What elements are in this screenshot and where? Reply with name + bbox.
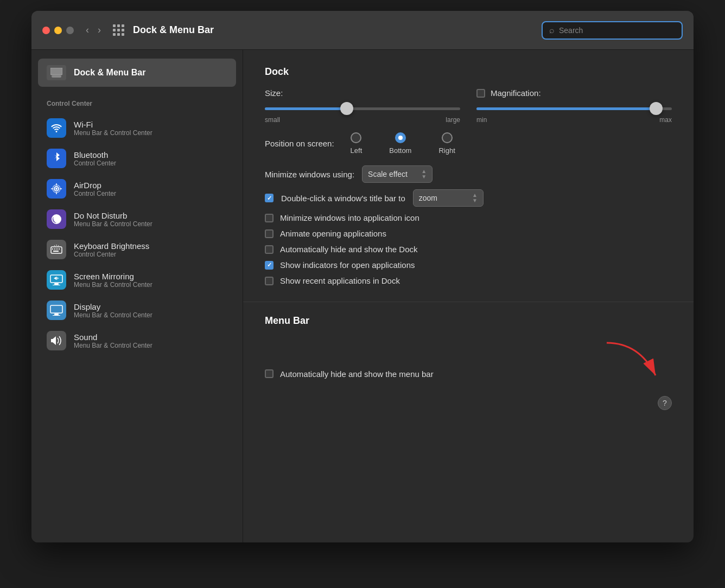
bluetooth-text: Bluetooth Control Center (74, 150, 116, 167)
svg-rect-9 (59, 248, 60, 250)
double-click-select[interactable]: zoom ▲▼ (413, 189, 484, 207)
animate-checkbox[interactable] (265, 229, 274, 238)
checkbox-animate[interactable]: Animate opening applications (265, 229, 672, 238)
wifi-text: Wi-Fi Menu Bar & Control Center (74, 120, 152, 137)
minimize-icon-checkbox[interactable] (265, 214, 274, 222)
search-icon: ⌕ (549, 25, 555, 35)
back-button[interactable]: ‹ (82, 22, 92, 38)
position-bottom-radio[interactable] (395, 132, 406, 143)
right-panel: Dock Size: small (243, 50, 694, 542)
show-indicators-checkbox[interactable] (265, 261, 274, 270)
search-input[interactable] (559, 26, 675, 35)
sliders-row: Size: small large (265, 88, 672, 124)
checkbox-minimize-icon[interactable]: Minimize windows into application icon (265, 213, 672, 222)
svg-rect-5 (51, 247, 62, 253)
minimize-row: Minimize windows using: Scale effect ▲▼ (265, 165, 672, 183)
sidebar-item-display[interactable]: Display Menu Bar & Control Center (31, 295, 243, 325)
svg-rect-17 (54, 314, 59, 315)
size-labels: small large (265, 116, 460, 124)
svg-rect-13 (54, 283, 59, 285)
mag-thumb[interactable] (650, 102, 663, 115)
svg-rect-14 (53, 285, 60, 285)
main-content: Dock & Menu Bar Control Center Wi-Fi Men… (31, 50, 694, 542)
magnification-checkbox[interactable] (476, 89, 485, 98)
sidebar-item-wifi[interactable]: Wi-Fi Menu Bar & Control Center (31, 113, 243, 143)
search-box[interactable]: ⌕ (542, 21, 683, 40)
red-arrow (596, 337, 672, 392)
sidebar-selected-item[interactable]: Dock & Menu Bar (38, 59, 236, 87)
airdrop-text: AirDrop Control Center (74, 181, 116, 197)
display-icon (47, 301, 66, 320)
mag-fill (476, 107, 656, 110)
position-left-radio[interactable] (351, 132, 361, 143)
svg-rect-8 (56, 248, 58, 250)
fullscreen-button[interactable] (66, 27, 74, 34)
magnification-slider-group: Magnification: min max (476, 88, 672, 124)
screen-mirroring-text: Screen Mirroring Menu Bar & Control Cent… (74, 272, 152, 289)
dock-menubar-icon (47, 65, 66, 80)
double-click-checkbox[interactable] (265, 194, 274, 202)
help-button[interactable]: ? (658, 396, 672, 410)
position-left[interactable]: Left (351, 132, 362, 155)
checkbox-autohide-menubar[interactable]: Automatically hide and show the menu bar (265, 369, 596, 379)
forward-button[interactable]: › (94, 22, 104, 38)
sound-icon (47, 331, 66, 350)
recent-apps-checkbox[interactable] (265, 277, 274, 285)
svg-rect-10 (53, 251, 59, 252)
sidebar-item-sound[interactable]: Sound Menu Bar & Control Center (31, 325, 243, 356)
sidebar-item-keyboard-brightness[interactable]: Keyboard Brightness Control Center (31, 234, 243, 265)
sidebar-item-bluetooth[interactable]: Bluetooth Control Center (31, 143, 243, 174)
svg-point-4 (55, 188, 58, 190)
minimize-button[interactable] (54, 27, 62, 34)
size-track (265, 107, 460, 110)
position-right-radio[interactable] (442, 132, 453, 143)
sidebar-selected-label: Dock & Menu Bar (74, 68, 145, 78)
size-slider[interactable] (265, 102, 460, 115)
position-right[interactable]: Right (438, 132, 455, 155)
window-title: Dock & Menu Bar (133, 24, 542, 36)
svg-rect-18 (53, 315, 60, 316)
magnification-slider[interactable] (476, 102, 672, 115)
minimize-label: Minimize windows using: (265, 170, 354, 179)
keyboard-brightness-text: Keyboard Brightness Control Center (74, 241, 149, 258)
magnification-label: Magnification: (491, 88, 541, 98)
system-preferences-window: ‹ › Dock & Menu Bar ⌕ D (31, 11, 694, 542)
sidebar-item-airdrop[interactable]: AirDrop Control Center (31, 174, 243, 204)
traffic-lights (42, 27, 74, 34)
menu-bar-title: Menu Bar (265, 315, 672, 327)
mag-labels: min max (476, 116, 672, 124)
dock-section: Dock Size: small (265, 66, 672, 285)
position-bottom[interactable]: Bottom (389, 132, 411, 155)
double-click-label: Double-click a window's title bar to (281, 194, 405, 203)
bluetooth-icon (47, 149, 66, 168)
dnd-text: Do Not Disturb Menu Bar & Control Center (74, 211, 152, 228)
svg-rect-1 (52, 75, 61, 78)
checkbox-recent-apps[interactable]: Show recent applications in Dock (265, 276, 672, 285)
close-button[interactable] (42, 27, 50, 34)
autohide-dock-checkbox[interactable] (265, 245, 274, 254)
position-section: Position on screen: Left Bottom (265, 132, 672, 155)
control-center-section-label: Control Center (31, 98, 243, 113)
sidebar-item-screen-mirroring[interactable]: Screen Mirroring Menu Bar & Control Cent… (31, 265, 243, 295)
checkbox-autohide-dock[interactable]: Automatically hide and show the Dock (265, 245, 672, 254)
menu-bar-section: Menu Bar Automatically hide and show the… (265, 315, 672, 410)
size-slider-group: Size: small large (265, 88, 460, 124)
dnd-icon (47, 209, 66, 229)
nav-arrows: ‹ › (82, 22, 104, 38)
checkbox-show-indicators[interactable]: Show indicators for open applications (265, 260, 672, 270)
sidebar-item-dnd[interactable]: Do Not Disturb Menu Bar & Control Center (31, 204, 243, 234)
keyboard-brightness-icon (47, 240, 66, 259)
screen-mirroring-icon (47, 270, 66, 290)
svg-rect-16 (52, 306, 61, 312)
double-click-row: Double-click a window's title bar to zoo… (265, 189, 672, 207)
autohide-menubar-checkbox[interactable] (265, 369, 274, 378)
size-label: Size: (265, 88, 460, 98)
minimize-select[interactable]: Scale effect ▲▼ (362, 165, 433, 183)
position-radio-group: Left Bottom Right (351, 132, 455, 155)
grid-icon[interactable] (113, 24, 124, 36)
airdrop-icon (47, 179, 66, 199)
size-thumb[interactable] (340, 102, 353, 115)
svg-rect-0 (50, 68, 62, 75)
titlebar: ‹ › Dock & Menu Bar ⌕ (31, 11, 694, 50)
mag-track (476, 107, 672, 110)
